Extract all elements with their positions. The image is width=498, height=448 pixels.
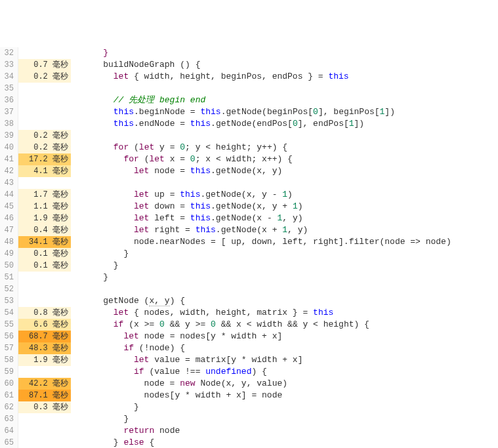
code-line[interactable]: 470.4 毫秒 let right = this.getNode(x + 1,… — [0, 224, 498, 236]
line-number: 38 — [0, 118, 18, 130]
code-line[interactable]: 36 // 先处理 begin end — [0, 94, 498, 106]
line-number: 47 — [0, 224, 18, 236]
code-content[interactable]: getNode (x, y) { — [71, 295, 185, 307]
code-content[interactable]: } else { — [71, 437, 154, 448]
timing-annotation: 0.3 毫秒 — [18, 401, 71, 413]
code-content[interactable]: this.endNode = this.getNode(endPos[0], e… — [71, 118, 364, 130]
code-content[interactable]: } — [71, 260, 119, 272]
timing-annotation: 1.1 毫秒 — [18, 201, 71, 213]
timing-annotation: 0.2 毫秒 — [18, 142, 71, 153]
code-line[interactable]: 490.1 毫秒 } — [0, 248, 498, 260]
code-line[interactable]: 500.1 毫秒 } — [0, 260, 498, 272]
timing-annotation: 17.2 毫秒 — [18, 153, 71, 165]
code-line[interactable]: 4834.1 毫秒 node.nearNodes = [ up, down, l… — [0, 236, 498, 248]
code-line[interactable]: 59 if (value !== undefined) { — [0, 366, 498, 378]
timing-annotation: 1.7 毫秒 — [18, 189, 71, 201]
timing-annotation: 48.3 毫秒 — [18, 342, 71, 354]
code-content[interactable]: } — [71, 413, 129, 425]
line-number: 58 — [0, 354, 18, 366]
code-content[interactable]: if (!node) { — [71, 342, 185, 354]
code-line[interactable]: 620.3 毫秒 } — [0, 401, 498, 413]
line-number: 36 — [0, 94, 18, 106]
code-line[interactable]: 451.1 毫秒 let down = this.getNode(x, y + … — [0, 201, 498, 213]
code-content[interactable]: for (let y = 0; y < height; y++) { — [71, 142, 287, 153]
code-content[interactable]: buildNodeGraph () { — [71, 59, 200, 71]
timing-annotation: 42.2 毫秒 — [18, 378, 71, 390]
code-line[interactable]: 5668.7 毫秒 let node = nodes[y * width + x… — [0, 331, 498, 342]
code-content[interactable]: let node = nodes[y * width + x] — [71, 331, 282, 342]
code-content[interactable]: if (x >= 0 && y >= 0 && x < width && y <… — [71, 319, 369, 331]
code-line[interactable]: 390.2 毫秒 — [0, 130, 498, 142]
line-number: 50 — [0, 260, 18, 272]
timing-annotation: 1.9 毫秒 — [18, 213, 71, 224]
code-content[interactable]: } — [71, 47, 108, 59]
line-number: 54 — [0, 307, 18, 319]
code-line[interactable]: 340.2 毫秒 let { width, height, beginPos, … — [0, 71, 498, 83]
line-number: 45 — [0, 201, 18, 213]
timing-annotation: 6.6 毫秒 — [18, 319, 71, 331]
code-line[interactable]: 43 — [0, 177, 498, 189]
code-line[interactable]: 53 getNode (x, y) { — [0, 295, 498, 307]
code-content[interactable]: let down = this.getNode(x, y + 1) — [71, 201, 303, 213]
code-content[interactable]: for (let x = 0; x < width; x++) { — [71, 153, 293, 165]
line-number: 39 — [0, 130, 18, 142]
code-line[interactable]: 330.7 毫秒 buildNodeGraph () { — [0, 59, 498, 71]
code-content[interactable]: } — [71, 272, 108, 283]
code-content[interactable]: let right = this.getNode(x + 1, y) — [71, 224, 308, 236]
code-content[interactable]: let { width, height, beginPos, endPos } … — [71, 71, 349, 83]
code-line[interactable]: 556.6 毫秒 if (x >= 0 && y >= 0 && x < wid… — [0, 319, 498, 331]
code-content[interactable]: let up = this.getNode(x, y - 1) — [71, 189, 293, 201]
line-number: 51 — [0, 272, 18, 283]
line-number: 35 — [0, 83, 18, 94]
code-content[interactable]: let node = this.getNode(x, y) — [71, 165, 282, 177]
code-line[interactable]: 38 this.endNode = this.getNode(endPos[0]… — [0, 118, 498, 130]
code-content[interactable]: let value = matrix[y * width + x] — [71, 354, 302, 366]
timing-annotation: 1.9 毫秒 — [18, 354, 71, 366]
code-line[interactable]: 6042.2 毫秒 node = new Node(x, y, value) — [0, 378, 498, 390]
code-line[interactable]: 540.8 毫秒 let { nodes, width, height, mat… — [0, 307, 498, 319]
code-content[interactable]: node = new Node(x, y, value) — [71, 378, 287, 390]
code-line[interactable]: 5748.3 毫秒 if (!node) { — [0, 342, 498, 354]
line-number: 53 — [0, 295, 18, 307]
timing-annotation: 4.1 毫秒 — [18, 165, 71, 177]
line-number: 43 — [0, 177, 18, 189]
code-line[interactable]: 6187.1 毫秒 nodes[y * width + x] = node — [0, 390, 498, 401]
code-line[interactable]: 424.1 毫秒 let node = this.getNode(x, y) — [0, 165, 498, 177]
code-line[interactable]: 32 } — [0, 47, 498, 59]
line-number: 60 — [0, 378, 18, 390]
code-line[interactable]: 37 this.beginNode = this.getNode(beginPo… — [0, 106, 498, 118]
code-content[interactable]: if (value !== undefined) { — [71, 366, 267, 378]
line-number: 34 — [0, 71, 18, 83]
line-number: 56 — [0, 331, 18, 342]
code-content[interactable]: let { nodes, width, height, matrix } = t… — [71, 307, 333, 319]
line-number: 48 — [0, 236, 18, 248]
code-content[interactable]: this.beginNode = this.getNode(beginPos[0… — [71, 106, 395, 118]
code-line[interactable]: 64 return node — [0, 425, 498, 437]
line-number: 65 — [0, 437, 18, 448]
line-number: 55 — [0, 319, 18, 331]
code-editor[interactable]: 32 }330.7 毫秒 buildNodeGraph () {340.2 毫秒… — [0, 47, 498, 448]
code-line[interactable]: 4117.2 毫秒 for (let x = 0; x < width; x++… — [0, 153, 498, 165]
code-line[interactable]: 581.9 毫秒 let value = matrix[y * width + … — [0, 354, 498, 366]
code-content[interactable]: } — [71, 248, 129, 260]
code-content[interactable]: let left = this.getNode(x - 1, y) — [71, 213, 303, 224]
code-line[interactable]: 461.9 毫秒 let left = this.getNode(x - 1, … — [0, 213, 498, 224]
code-line[interactable]: 51 } — [0, 272, 498, 283]
code-content[interactable]: node.nearNodes = [ up, down, left, right… — [71, 236, 451, 248]
timing-annotation: 0.7 毫秒 — [18, 59, 71, 71]
code-line[interactable]: 35 — [0, 83, 498, 94]
code-line[interactable]: 65 } else { — [0, 437, 498, 448]
timing-annotation: 34.1 毫秒 — [18, 236, 71, 248]
line-number: 62 — [0, 401, 18, 413]
code-content[interactable]: nodes[y * width + x] = node — [71, 390, 282, 401]
code-content[interactable]: return node — [71, 425, 180, 437]
code-content[interactable]: // 先处理 begin end — [71, 94, 205, 106]
code-line[interactable]: 441.7 毫秒 let up = this.getNode(x, y - 1) — [0, 189, 498, 201]
code-line[interactable]: 400.2 毫秒 for (let y = 0; y < height; y++… — [0, 142, 498, 153]
code-line[interactable]: 63 } — [0, 413, 498, 425]
timing-annotation: 87.1 毫秒 — [18, 390, 71, 401]
line-number: 44 — [0, 189, 18, 201]
code-content[interactable]: } — [71, 401, 139, 413]
code-line[interactable]: 52 — [0, 283, 498, 295]
line-number: 64 — [0, 425, 18, 437]
